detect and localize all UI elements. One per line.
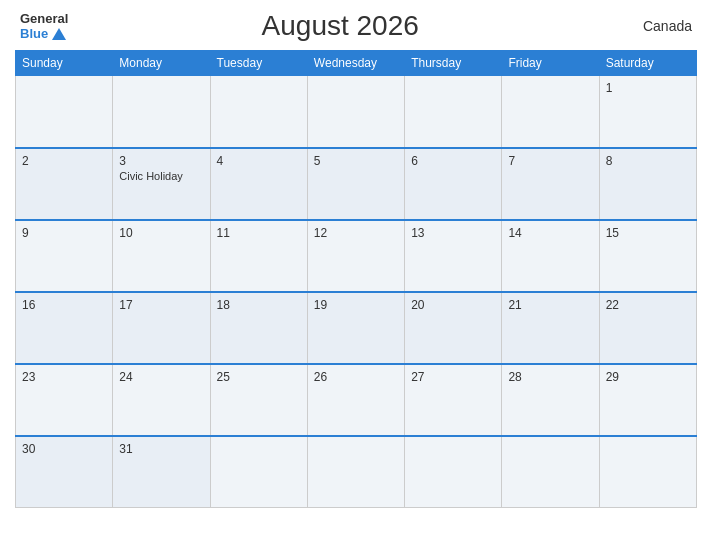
header-thursday: Thursday [405, 51, 502, 76]
day-number: 3 [119, 154, 203, 168]
calendar-day-cell: 20 [405, 292, 502, 364]
day-number: 21 [508, 298, 592, 312]
calendar-day-cell: 11 [210, 220, 307, 292]
logo-triangle-icon [52, 28, 66, 40]
calendar-day-cell: 16 [16, 292, 113, 364]
weekday-header-row: Sunday Monday Tuesday Wednesday Thursday… [16, 51, 697, 76]
calendar-day-cell: 2 [16, 148, 113, 220]
calendar-day-cell [307, 436, 404, 508]
calendar-day-cell: 8 [599, 148, 696, 220]
calendar-week-row: 9101112131415 [16, 220, 697, 292]
day-number: 11 [217, 226, 301, 240]
header-wednesday: Wednesday [307, 51, 404, 76]
calendar-page: General Blue August 2026 Canada Sunday M… [0, 0, 712, 550]
header-friday: Friday [502, 51, 599, 76]
calendar-day-cell: 1 [599, 76, 696, 148]
day-number: 31 [119, 442, 203, 456]
day-number: 10 [119, 226, 203, 240]
day-number: 22 [606, 298, 690, 312]
calendar-title: August 2026 [68, 10, 612, 42]
calendar-day-cell [210, 436, 307, 508]
calendar-day-cell [307, 76, 404, 148]
calendar-day-cell: 21 [502, 292, 599, 364]
calendar-week-row: 3031 [16, 436, 697, 508]
calendar-day-cell: 7 [502, 148, 599, 220]
logo-blue-text: Blue [20, 26, 48, 41]
day-number: 6 [411, 154, 495, 168]
logo-general-text: General [20, 11, 68, 26]
day-number: 13 [411, 226, 495, 240]
calendar-day-cell [502, 76, 599, 148]
calendar-day-cell: 15 [599, 220, 696, 292]
day-number: 7 [508, 154, 592, 168]
day-number: 20 [411, 298, 495, 312]
calendar-day-cell: 24 [113, 364, 210, 436]
day-number: 4 [217, 154, 301, 168]
calendar-day-cell [16, 76, 113, 148]
day-number: 18 [217, 298, 301, 312]
calendar-day-cell: 25 [210, 364, 307, 436]
day-number: 30 [22, 442, 106, 456]
day-number: 26 [314, 370, 398, 384]
day-number: 24 [119, 370, 203, 384]
calendar-day-cell: 13 [405, 220, 502, 292]
day-number: 5 [314, 154, 398, 168]
day-number: 27 [411, 370, 495, 384]
calendar-table: Sunday Monday Tuesday Wednesday Thursday… [15, 50, 697, 508]
calendar-day-cell: 29 [599, 364, 696, 436]
header-monday: Monday [113, 51, 210, 76]
calendar-day-cell: 22 [599, 292, 696, 364]
calendar-day-cell: 9 [16, 220, 113, 292]
day-number: 17 [119, 298, 203, 312]
calendar-day-cell [405, 436, 502, 508]
day-number: 23 [22, 370, 106, 384]
day-number: 15 [606, 226, 690, 240]
calendar-week-row: 23242526272829 [16, 364, 697, 436]
calendar-day-cell: 31 [113, 436, 210, 508]
calendar-day-cell: 6 [405, 148, 502, 220]
logo-blue-section: Blue [20, 26, 66, 41]
day-number: 16 [22, 298, 106, 312]
day-number: 29 [606, 370, 690, 384]
calendar-day-cell: 30 [16, 436, 113, 508]
header-tuesday: Tuesday [210, 51, 307, 76]
calendar-day-cell: 19 [307, 292, 404, 364]
calendar-day-cell: 26 [307, 364, 404, 436]
calendar-day-cell: 17 [113, 292, 210, 364]
calendar-week-row: 16171819202122 [16, 292, 697, 364]
holiday-label: Civic Holiday [119, 170, 203, 182]
calendar-day-cell [405, 76, 502, 148]
day-number: 25 [217, 370, 301, 384]
calendar-day-cell: 23 [16, 364, 113, 436]
day-number: 28 [508, 370, 592, 384]
calendar-day-cell: 28 [502, 364, 599, 436]
day-number: 12 [314, 226, 398, 240]
calendar-day-cell: 5 [307, 148, 404, 220]
header: General Blue August 2026 Canada [15, 10, 697, 42]
day-number: 9 [22, 226, 106, 240]
calendar-day-cell [502, 436, 599, 508]
header-sunday: Sunday [16, 51, 113, 76]
header-saturday: Saturday [599, 51, 696, 76]
day-number: 2 [22, 154, 106, 168]
calendar-day-cell: 3Civic Holiday [113, 148, 210, 220]
calendar-day-cell: 18 [210, 292, 307, 364]
day-number: 1 [606, 81, 690, 95]
calendar-day-cell: 14 [502, 220, 599, 292]
calendar-day-cell [113, 76, 210, 148]
calendar-day-cell: 10 [113, 220, 210, 292]
day-number: 8 [606, 154, 690, 168]
calendar-week-row: 23Civic Holiday45678 [16, 148, 697, 220]
day-number: 14 [508, 226, 592, 240]
calendar-day-cell: 12 [307, 220, 404, 292]
calendar-day-cell: 4 [210, 148, 307, 220]
logo: General Blue [20, 11, 68, 41]
calendar-week-row: 1 [16, 76, 697, 148]
day-number: 19 [314, 298, 398, 312]
calendar-day-cell [210, 76, 307, 148]
calendar-day-cell: 27 [405, 364, 502, 436]
calendar-day-cell [599, 436, 696, 508]
country-label: Canada [612, 18, 692, 34]
